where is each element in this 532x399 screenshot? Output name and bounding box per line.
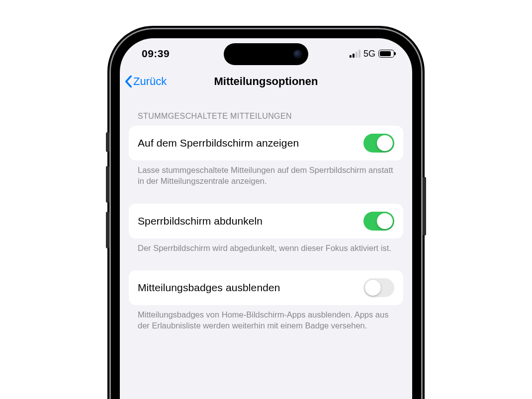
phone-side-button bbox=[106, 132, 109, 152]
status-time: 09:39 bbox=[142, 48, 170, 60]
setting-footer: Mitteilungsbadges von Home-Bildschirm-Ap… bbox=[129, 305, 403, 331]
content-area: STUMMGESCHALTETE MITTEILUNGEN Auf dem Sp… bbox=[120, 94, 412, 331]
setting-label: Sperrbildschirm abdunkeln bbox=[138, 215, 263, 227]
phone-volume-down-button bbox=[106, 212, 109, 248]
section-header: STUMMGESCHALTETE MITTEILUNGEN bbox=[129, 112, 403, 126]
toggle-show-on-lockscreen[interactable] bbox=[363, 134, 394, 153]
phone-frame: 09:39 5G Zurück Mitteilungsoptionen bbox=[107, 26, 425, 399]
toggle-hide-badges[interactable] bbox=[363, 278, 394, 297]
setting-group: Mitteilungsbadges ausblenden Mitteilungs… bbox=[129, 270, 403, 331]
setting-row-dim-lockscreen[interactable]: Sperrbildschirm abdunkeln bbox=[129, 204, 403, 239]
setting-row-hide-badges[interactable]: Mitteilungsbadges ausblenden bbox=[129, 270, 403, 305]
setting-group: Sperrbildschirm abdunkeln Der Sperrbilds… bbox=[129, 204, 403, 253]
page-title: Mitteilungsoptionen bbox=[214, 75, 318, 88]
setting-group: Auf dem Sperrbildschirm anzeigen Lasse s… bbox=[129, 126, 403, 187]
setting-footer: Lasse stummgeschaltete Mitteilungen auf … bbox=[129, 160, 403, 187]
back-label: Zurück bbox=[133, 75, 167, 88]
dynamic-island bbox=[224, 43, 308, 65]
signal-strength-icon bbox=[350, 50, 360, 58]
setting-footer: Der Sperrbildschirm wird abgedunkelt, we… bbox=[129, 239, 403, 253]
screen: 09:39 5G Zurück Mitteilungsoptionen bbox=[120, 38, 412, 399]
chevron-left-icon bbox=[125, 76, 132, 87]
setting-label: Mitteilungsbadges ausblenden bbox=[138, 282, 280, 294]
phone-volume-up-button bbox=[106, 166, 109, 203]
front-camera-icon bbox=[293, 50, 302, 59]
battery-icon bbox=[378, 50, 394, 58]
back-button[interactable]: Zurück bbox=[125, 75, 167, 88]
nav-bar: Zurück Mitteilungsoptionen bbox=[120, 69, 412, 94]
phone-power-button bbox=[423, 177, 426, 236]
toggle-dim-lockscreen[interactable] bbox=[363, 212, 394, 231]
setting-label: Auf dem Sperrbildschirm anzeigen bbox=[138, 137, 299, 149]
network-type-label: 5G bbox=[363, 49, 375, 59]
setting-row-show-on-lockscreen[interactable]: Auf dem Sperrbildschirm anzeigen bbox=[129, 126, 403, 160]
